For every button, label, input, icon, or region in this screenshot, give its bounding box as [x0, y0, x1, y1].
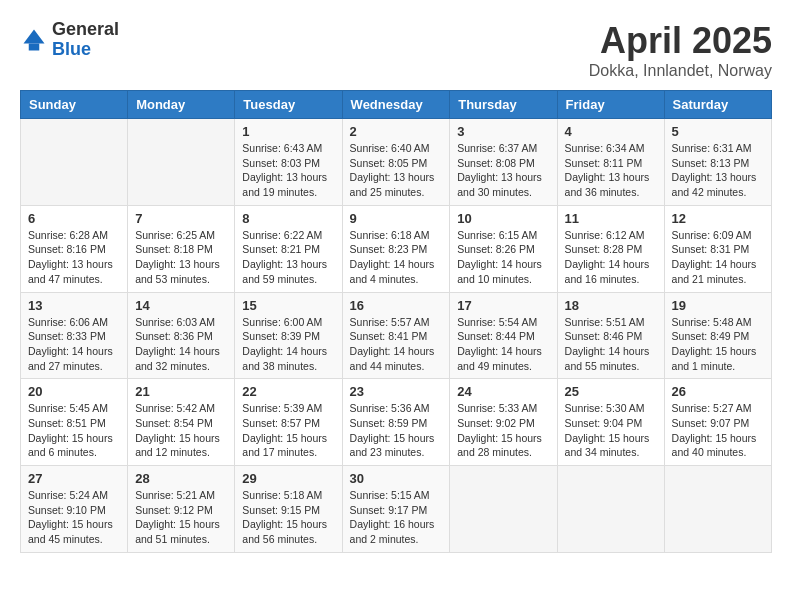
logo-icon: [20, 26, 48, 54]
day-detail: Sunrise: 5:33 AMSunset: 9:02 PMDaylight:…: [457, 401, 549, 460]
logo-blue-text: Blue: [52, 40, 119, 60]
day-number: 8: [242, 211, 334, 226]
col-thursday: Thursday: [450, 91, 557, 119]
day-number: 11: [565, 211, 657, 226]
month-title: April 2025: [589, 20, 772, 62]
day-detail: Sunrise: 5:42 AMSunset: 8:54 PMDaylight:…: [135, 401, 227, 460]
day-number: 23: [350, 384, 443, 399]
table-row: 7 Sunrise: 6:25 AMSunset: 8:18 PMDayligh…: [128, 205, 235, 292]
day-detail: Sunrise: 6:37 AMSunset: 8:08 PMDaylight:…: [457, 141, 549, 200]
location-text: Dokka, Innlandet, Norway: [589, 62, 772, 80]
day-detail: Sunrise: 5:54 AMSunset: 8:44 PMDaylight:…: [457, 315, 549, 374]
day-number: 21: [135, 384, 227, 399]
day-number: 27: [28, 471, 120, 486]
day-detail: Sunrise: 5:30 AMSunset: 9:04 PMDaylight:…: [565, 401, 657, 460]
day-number: 22: [242, 384, 334, 399]
day-number: 13: [28, 298, 120, 313]
table-row: [21, 119, 128, 206]
day-detail: Sunrise: 6:12 AMSunset: 8:28 PMDaylight:…: [565, 228, 657, 287]
table-row: 8 Sunrise: 6:22 AMSunset: 8:21 PMDayligh…: [235, 205, 342, 292]
col-tuesday: Tuesday: [235, 91, 342, 119]
day-detail: Sunrise: 6:31 AMSunset: 8:13 PMDaylight:…: [672, 141, 764, 200]
table-row: 10 Sunrise: 6:15 AMSunset: 8:26 PMDaylig…: [450, 205, 557, 292]
day-number: 20: [28, 384, 120, 399]
day-detail: Sunrise: 6:28 AMSunset: 8:16 PMDaylight:…: [28, 228, 120, 287]
col-monday: Monday: [128, 91, 235, 119]
table-row: 20 Sunrise: 5:45 AMSunset: 8:51 PMDaylig…: [21, 379, 128, 466]
day-number: 9: [350, 211, 443, 226]
day-detail: Sunrise: 6:09 AMSunset: 8:31 PMDaylight:…: [672, 228, 764, 287]
table-row: 29 Sunrise: 5:18 AMSunset: 9:15 PMDaylig…: [235, 466, 342, 553]
table-row: [128, 119, 235, 206]
table-row: 11 Sunrise: 6:12 AMSunset: 8:28 PMDaylig…: [557, 205, 664, 292]
table-row: [450, 466, 557, 553]
table-row: 17 Sunrise: 5:54 AMSunset: 8:44 PMDaylig…: [450, 292, 557, 379]
day-detail: Sunrise: 5:36 AMSunset: 8:59 PMDaylight:…: [350, 401, 443, 460]
day-detail: Sunrise: 5:21 AMSunset: 9:12 PMDaylight:…: [135, 488, 227, 547]
day-detail: Sunrise: 6:25 AMSunset: 8:18 PMDaylight:…: [135, 228, 227, 287]
day-detail: Sunrise: 6:03 AMSunset: 8:36 PMDaylight:…: [135, 315, 227, 374]
day-detail: Sunrise: 6:43 AMSunset: 8:03 PMDaylight:…: [242, 141, 334, 200]
day-number: 30: [350, 471, 443, 486]
logo-text: General Blue: [52, 20, 119, 60]
day-number: 28: [135, 471, 227, 486]
table-row: 5 Sunrise: 6:31 AMSunset: 8:13 PMDayligh…: [664, 119, 771, 206]
table-row: 21 Sunrise: 5:42 AMSunset: 8:54 PMDaylig…: [128, 379, 235, 466]
col-friday: Friday: [557, 91, 664, 119]
col-wednesday: Wednesday: [342, 91, 450, 119]
table-row: [664, 466, 771, 553]
day-number: 3: [457, 124, 549, 139]
table-row: 18 Sunrise: 5:51 AMSunset: 8:46 PMDaylig…: [557, 292, 664, 379]
day-number: 25: [565, 384, 657, 399]
table-row: 2 Sunrise: 6:40 AMSunset: 8:05 PMDayligh…: [342, 119, 450, 206]
table-row: 23 Sunrise: 5:36 AMSunset: 8:59 PMDaylig…: [342, 379, 450, 466]
day-number: 7: [135, 211, 227, 226]
day-detail: Sunrise: 6:00 AMSunset: 8:39 PMDaylight:…: [242, 315, 334, 374]
table-row: 15 Sunrise: 6:00 AMSunset: 8:39 PMDaylig…: [235, 292, 342, 379]
page-header: General Blue April 2025 Dokka, Innlandet…: [20, 20, 772, 80]
day-detail: Sunrise: 5:24 AMSunset: 9:10 PMDaylight:…: [28, 488, 120, 547]
table-row: 28 Sunrise: 5:21 AMSunset: 9:12 PMDaylig…: [128, 466, 235, 553]
day-detail: Sunrise: 6:40 AMSunset: 8:05 PMDaylight:…: [350, 141, 443, 200]
day-detail: Sunrise: 5:15 AMSunset: 9:17 PMDaylight:…: [350, 488, 443, 547]
day-number: 5: [672, 124, 764, 139]
table-row: [557, 466, 664, 553]
day-detail: Sunrise: 6:22 AMSunset: 8:21 PMDaylight:…: [242, 228, 334, 287]
table-row: 30 Sunrise: 5:15 AMSunset: 9:17 PMDaylig…: [342, 466, 450, 553]
day-detail: Sunrise: 5:45 AMSunset: 8:51 PMDaylight:…: [28, 401, 120, 460]
day-number: 29: [242, 471, 334, 486]
table-row: 13 Sunrise: 6:06 AMSunset: 8:33 PMDaylig…: [21, 292, 128, 379]
day-detail: Sunrise: 6:15 AMSunset: 8:26 PMDaylight:…: [457, 228, 549, 287]
day-number: 6: [28, 211, 120, 226]
table-row: 14 Sunrise: 6:03 AMSunset: 8:36 PMDaylig…: [128, 292, 235, 379]
col-sunday: Sunday: [21, 91, 128, 119]
svg-marker-0: [24, 29, 45, 43]
table-row: 24 Sunrise: 5:33 AMSunset: 9:02 PMDaylig…: [450, 379, 557, 466]
day-detail: Sunrise: 6:18 AMSunset: 8:23 PMDaylight:…: [350, 228, 443, 287]
day-number: 17: [457, 298, 549, 313]
calendar-week-row: 27 Sunrise: 5:24 AMSunset: 9:10 PMDaylig…: [21, 466, 772, 553]
logo: General Blue: [20, 20, 119, 60]
day-number: 18: [565, 298, 657, 313]
day-detail: Sunrise: 5:51 AMSunset: 8:46 PMDaylight:…: [565, 315, 657, 374]
calendar-week-row: 6 Sunrise: 6:28 AMSunset: 8:16 PMDayligh…: [21, 205, 772, 292]
day-detail: Sunrise: 5:39 AMSunset: 8:57 PMDaylight:…: [242, 401, 334, 460]
day-detail: Sunrise: 5:18 AMSunset: 9:15 PMDaylight:…: [242, 488, 334, 547]
table-row: 9 Sunrise: 6:18 AMSunset: 8:23 PMDayligh…: [342, 205, 450, 292]
table-row: 6 Sunrise: 6:28 AMSunset: 8:16 PMDayligh…: [21, 205, 128, 292]
svg-rect-1: [29, 43, 40, 50]
day-number: 1: [242, 124, 334, 139]
calendar-header-row: Sunday Monday Tuesday Wednesday Thursday…: [21, 91, 772, 119]
logo-general-text: General: [52, 20, 119, 40]
day-number: 2: [350, 124, 443, 139]
table-row: 16 Sunrise: 5:57 AMSunset: 8:41 PMDaylig…: [342, 292, 450, 379]
day-number: 26: [672, 384, 764, 399]
table-row: 4 Sunrise: 6:34 AMSunset: 8:11 PMDayligh…: [557, 119, 664, 206]
table-row: 27 Sunrise: 5:24 AMSunset: 9:10 PMDaylig…: [21, 466, 128, 553]
calendar-table: Sunday Monday Tuesday Wednesday Thursday…: [20, 90, 772, 553]
day-number: 10: [457, 211, 549, 226]
calendar-week-row: 1 Sunrise: 6:43 AMSunset: 8:03 PMDayligh…: [21, 119, 772, 206]
day-number: 19: [672, 298, 764, 313]
table-row: 26 Sunrise: 5:27 AMSunset: 9:07 PMDaylig…: [664, 379, 771, 466]
calendar-week-row: 13 Sunrise: 6:06 AMSunset: 8:33 PMDaylig…: [21, 292, 772, 379]
